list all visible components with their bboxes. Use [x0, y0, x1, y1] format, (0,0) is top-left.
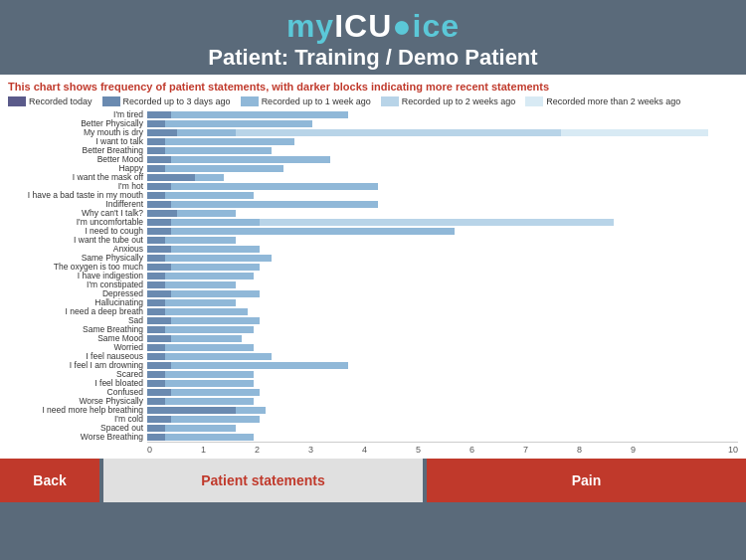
bar-segment — [147, 210, 177, 217]
x-tick: 3 — [308, 445, 362, 455]
bar-segment — [147, 165, 165, 172]
x-tick: 0 — [147, 445, 201, 455]
bar-segment — [171, 416, 260, 423]
header: myICU●ice Patient: Training / Demo Patie… — [0, 0, 746, 75]
bar-segment — [147, 353, 165, 360]
bar-segment — [147, 228, 171, 235]
bar-row — [147, 424, 738, 433]
bar-segment — [165, 434, 254, 441]
footer: Back Patient statements Pain — [0, 459, 746, 502]
bar-segment — [260, 219, 614, 226]
bar-segment — [165, 255, 272, 262]
bar-segment — [147, 407, 236, 414]
pain-button[interactable]: Pain — [427, 459, 746, 502]
bar-segment — [171, 389, 260, 396]
x-tick: 1 — [201, 445, 255, 455]
legend: Recorded todayRecorded up to 3 days agoR… — [8, 96, 738, 106]
bar-segment — [165, 237, 236, 244]
bar-row — [147, 182, 738, 191]
bar-segment — [165, 308, 248, 315]
bar-segment — [147, 147, 165, 154]
bar-segment — [165, 344, 254, 351]
bar-segment — [165, 165, 283, 172]
legend-color — [381, 96, 399, 106]
bar-segment — [561, 129, 709, 136]
bar-row — [147, 334, 738, 343]
bar-row — [147, 155, 738, 164]
legend-color — [241, 96, 259, 106]
bar-segment — [165, 353, 272, 360]
bar-segment — [171, 219, 260, 226]
x-tick: 4 — [362, 445, 416, 455]
chart-container: I'm tiredBetter PhysicallyMy mouth is dr… — [8, 110, 738, 455]
bar-segment — [147, 138, 165, 145]
logo: myICU●ice — [0, 8, 746, 45]
bar-row — [147, 245, 738, 254]
x-tick: 2 — [255, 445, 308, 455]
legend-item: Recorded more than 2 weeks ago — [525, 96, 680, 106]
bar-row — [147, 236, 738, 245]
bar-segment — [165, 371, 254, 378]
bar-row — [147, 433, 738, 442]
bar-segment — [147, 299, 165, 306]
back-button[interactable]: Back — [0, 459, 99, 502]
patient-statements-button[interactable]: Patient statements — [103, 459, 423, 502]
legend-label: Recorded today — [29, 96, 93, 106]
bar-segment — [171, 290, 260, 297]
bar-segment — [147, 281, 165, 288]
chart-area: This chart shows frequency of patient st… — [0, 75, 746, 459]
bar-segment — [147, 380, 165, 387]
x-tick: 6 — [469, 445, 523, 455]
bar-segment — [147, 371, 165, 378]
y-labels: I'm tiredBetter PhysicallyMy mouth is dr… — [8, 110, 147, 442]
bar-segment — [171, 335, 242, 342]
bar-segment — [147, 201, 171, 208]
legend-label: Recorded more than 2 weeks ago — [546, 96, 680, 106]
legend-label: Recorded up to 3 days ago — [123, 96, 231, 106]
bar-segment — [171, 228, 455, 235]
bar-row — [147, 272, 738, 280]
bar-segment — [177, 210, 236, 217]
y-label: Worse Breathing — [8, 433, 147, 442]
bar-row — [147, 352, 738, 361]
bar-row — [147, 218, 738, 227]
x-axis: 012345678910 — [147, 442, 738, 455]
bar-row — [147, 379, 738, 388]
bar-segment — [171, 264, 260, 271]
logo-icu: ICU — [334, 8, 392, 44]
bar-segment — [147, 317, 171, 324]
bar-segment — [177, 129, 236, 136]
legend-item: Recorded today — [8, 96, 93, 106]
bar-row — [147, 370, 738, 379]
legend-item: Recorded up to 2 weeks ago — [381, 96, 516, 106]
bar-segment — [147, 389, 171, 396]
bar-row — [147, 298, 738, 307]
x-tick: 8 — [577, 445, 631, 455]
bar-segment — [147, 335, 171, 342]
bar-segment — [165, 138, 295, 145]
bar-segment — [147, 246, 171, 253]
bar-segment — [147, 219, 171, 226]
bar-segment — [165, 425, 236, 432]
bar-segment — [147, 183, 171, 190]
bar-segment — [147, 326, 165, 333]
bar-row — [147, 397, 738, 406]
bar-row — [147, 316, 738, 325]
bar-segment — [236, 129, 561, 136]
bar-row — [147, 280, 738, 289]
bar-segment — [147, 255, 165, 262]
bar-row — [147, 164, 738, 173]
bar-row — [147, 173, 738, 182]
bar-row — [147, 415, 738, 424]
bar-row — [147, 209, 738, 218]
bar-row — [147, 325, 738, 334]
bar-row — [147, 307, 738, 316]
patient-title: Patient: Training / Demo Patient — [0, 45, 746, 71]
bar-segment — [171, 362, 348, 369]
logo-voice: ●ice — [392, 8, 460, 44]
bar-segment — [147, 362, 171, 369]
bar-row — [147, 110, 738, 119]
bar-segment — [165, 192, 254, 199]
legend-label: Recorded up to 1 week ago — [262, 96, 371, 106]
bar-segment — [147, 156, 171, 163]
